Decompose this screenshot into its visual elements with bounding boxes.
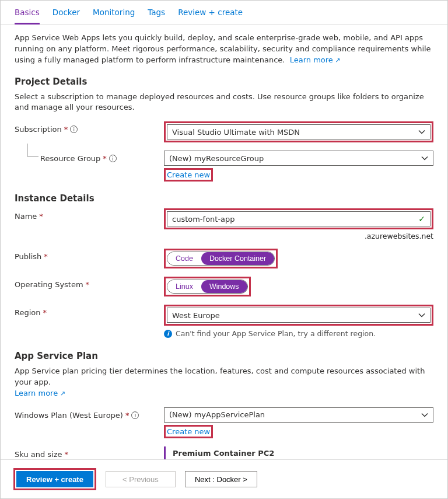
sku-label: Sku and size *: [15, 446, 164, 459]
os-toggle: Linux Windows: [167, 280, 248, 294]
plan-learn-more-link[interactable]: Learn more: [15, 389, 65, 397]
check-icon: ✓: [418, 214, 425, 224]
sku-name: Premium Container PC2: [173, 449, 433, 458]
publish-label: Publish *: [15, 249, 164, 261]
resource-group-select[interactable]: (New) myResourceGroup: [164, 151, 433, 166]
info-icon[interactable]: i: [70, 125, 78, 133]
tab-review-create[interactable]: Review + create: [178, 8, 243, 24]
form-content: App Service Web Apps lets you quickly bu…: [1, 25, 447, 459]
publish-docker[interactable]: Docker Container: [201, 252, 274, 265]
chevron-down-icon: [421, 154, 428, 163]
windows-plan-label: Windows Plan (West Europe) * i: [15, 407, 164, 420]
tab-monitoring[interactable]: Monitoring: [93, 8, 135, 24]
info-icon[interactable]: i: [109, 155, 117, 162]
project-details-desc: Select a subscription to manage deployed…: [15, 92, 433, 114]
region-select[interactable]: West Europe: [167, 308, 430, 323]
instance-details-heading: Instance Details: [15, 193, 433, 204]
previous-button: < Previous: [106, 471, 176, 487]
tab-tags[interactable]: Tags: [148, 8, 165, 24]
intro-text: App Service Web Apps lets you quickly bu…: [15, 33, 433, 66]
chevron-down-icon: [421, 410, 428, 419]
region-hint: i Can't find your App Service Plan, try …: [164, 329, 433, 338]
subscription-select[interactable]: Visual Studio Ultimate with MSDN: [167, 124, 430, 139]
review-create-button[interactable]: Review + create: [16, 471, 93, 487]
os-linux[interactable]: Linux: [167, 280, 201, 293]
sku-summary: Premium Container PC2 320 total ACU, 8 G…: [164, 446, 433, 459]
resource-group-label: Resource Group * i: [15, 151, 164, 163]
publish-code[interactable]: Code: [167, 252, 201, 265]
windows-plan-select[interactable]: (New) myAppServicePlan: [164, 407, 433, 423]
next-button[interactable]: Next : Docker >: [185, 471, 257, 487]
tab-bar: Basics Docker Monitoring Tags Review + c…: [1, 1, 447, 25]
app-service-plan-heading: App Service Plan: [15, 351, 433, 361]
tab-docker[interactable]: Docker: [52, 8, 80, 24]
chevron-down-icon: [418, 311, 425, 320]
domain-suffix: .azurewebsites.net: [164, 232, 433, 240]
learn-more-link[interactable]: Learn more: [290, 55, 341, 64]
info-icon[interactable]: i: [131, 411, 139, 419]
project-details-heading: Project Details: [15, 76, 433, 87]
footer-bar: Review + create < Previous Next : Docker…: [1, 459, 447, 498]
plan-desc: App Service plan pricing tier determines…: [15, 366, 433, 399]
publish-toggle: Code Docker Container: [167, 252, 275, 266]
tab-basics[interactable]: Basics: [15, 8, 40, 25]
name-input[interactable]: custom-font-app ✓: [167, 211, 430, 226]
region-label: Region *: [15, 305, 164, 317]
plan-create-new-link[interactable]: Create new: [167, 427, 210, 436]
name-label: Name *: [15, 208, 164, 221]
info-icon: i: [164, 330, 172, 338]
chevron-down-icon: [418, 128, 425, 137]
os-label: Operating System *: [15, 277, 164, 289]
os-windows[interactable]: Windows: [201, 280, 247, 293]
subscription-label: Subscription * i: [15, 121, 164, 134]
rg-create-new-link[interactable]: Create new: [167, 170, 210, 179]
